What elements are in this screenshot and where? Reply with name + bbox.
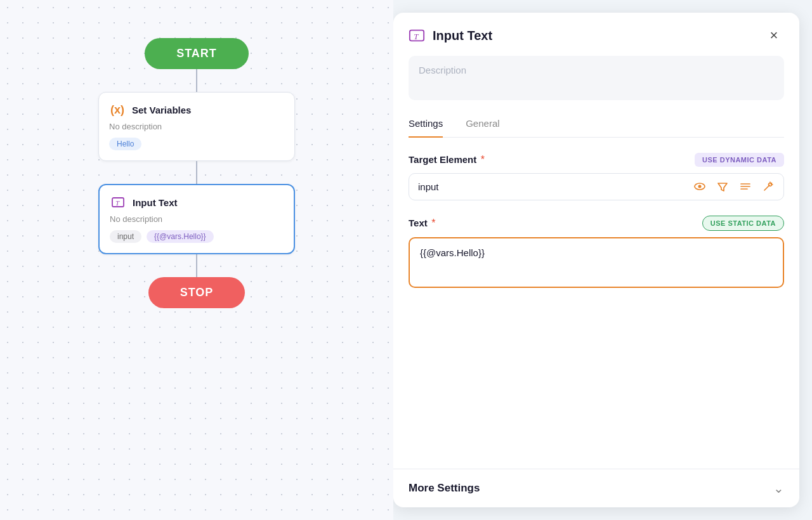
text-field-section: Text * USE STATIC DATA {{@vars.Hello}}: [409, 216, 784, 288]
magic-button[interactable]: [758, 176, 778, 197]
connector-line-3: [196, 254, 197, 277]
tab-general[interactable]: General: [466, 110, 499, 138]
more-settings-label: More Settings: [409, 482, 480, 495]
connector-line-1: [196, 69, 197, 92]
tag-vars-hello: {{@vars.Hello}}: [147, 230, 214, 243]
tag-input: input: [110, 230, 141, 243]
target-element-label-row: Target Element * USE DYNAMIC DATA: [409, 153, 784, 167]
set-variables-header: (x) Set Variables: [109, 101, 284, 118]
target-element-label: Target Element *: [409, 154, 485, 166]
set-variables-card[interactable]: (x) Set Variables No description Hello: [98, 92, 295, 161]
panel-title: Input Text: [433, 29, 492, 43]
tab-settings[interactable]: Settings: [409, 110, 443, 138]
svg-text:T: T: [115, 199, 120, 207]
tag-hello: Hello: [109, 138, 141, 150]
stop-node[interactable]: STOP: [148, 277, 246, 308]
flow-container: START (x) Set Variables No description H…: [98, 38, 295, 308]
panel-header-left: T Input Text: [409, 27, 492, 44]
connector-line-2: [196, 161, 197, 184]
close-button[interactable]: ×: [764, 25, 784, 46]
text-field-label: Text *: [409, 218, 435, 229]
use-static-data-button[interactable]: USE STATIC DATA: [702, 216, 784, 231]
panel-body: Target Element * USE DYNAMIC DATA input: [393, 138, 799, 469]
vars-icon: (x): [109, 101, 126, 118]
text-input-area[interactable]: {{@vars.Hello}}: [409, 237, 784, 288]
input-text-header: T Input Text: [110, 194, 284, 211]
use-dynamic-data-button[interactable]: USE DYNAMIC DATA: [695, 153, 784, 167]
description-area[interactable]: Description: [409, 56, 784, 100]
eye-button[interactable]: [690, 176, 710, 197]
more-settings-row[interactable]: More Settings ⌄: [393, 469, 799, 507]
tabs-row: Settings General: [409, 110, 784, 138]
input-text-card[interactable]: T Input Text No description input {{@var…: [98, 184, 295, 254]
right-panel: T Input Text × Description Settings Gene…: [393, 13, 799, 507]
set-variables-title: Set Variables: [132, 105, 191, 115]
target-element-value[interactable]: input: [418, 174, 687, 200]
set-variables-tags: Hello: [109, 138, 284, 150]
input-text-icon: T: [110, 194, 126, 211]
chevron-down-icon: ⌄: [773, 481, 784, 496]
target-element-section: Target Element * USE DYNAMIC DATA input: [409, 153, 784, 200]
panel-input-text-icon: T: [409, 27, 425, 44]
svg-point-5: [698, 185, 702, 188]
description-placeholder: Description: [419, 65, 466, 75]
set-variables-desc: No description: [109, 122, 284, 131]
svg-text:T: T: [414, 32, 419, 41]
text-field-label-row: Text * USE STATIC DATA: [409, 216, 784, 231]
filter-button[interactable]: [712, 176, 733, 197]
input-text-card-desc: No description: [110, 214, 284, 224]
start-node[interactable]: START: [145, 38, 249, 69]
flow-canvas: START (x) Set Variables No description H…: [0, 0, 393, 520]
input-text-card-title: Input Text: [133, 197, 178, 208]
svg-line-13: [771, 183, 771, 184]
panel-header: T Input Text ×: [393, 13, 799, 56]
input-text-card-tags: input {{@vars.Hello}}: [110, 230, 284, 243]
list-button[interactable]: [735, 176, 756, 197]
target-input-row[interactable]: input: [409, 173, 784, 200]
